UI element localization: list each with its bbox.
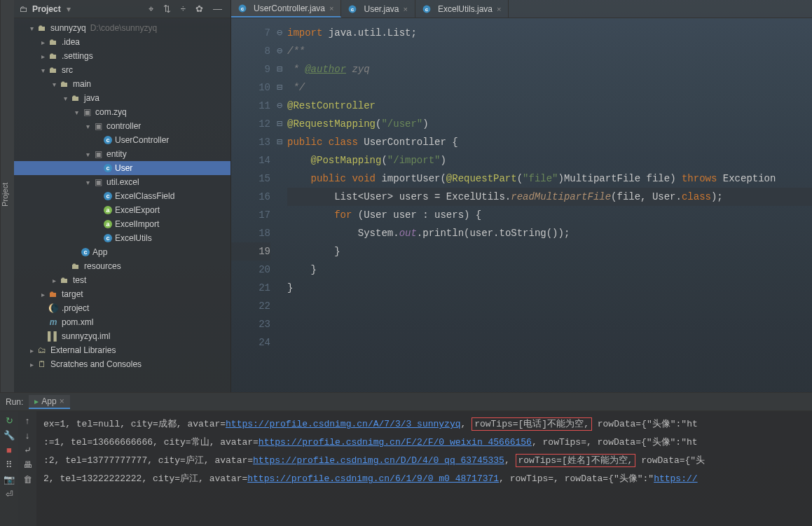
tree-row[interactable]: ▸🖿test <box>14 273 230 287</box>
tree-label: Scratches and Consoles <box>50 359 142 369</box>
close-icon[interactable]: × <box>404 5 408 13</box>
class-icon: c <box>104 164 112 172</box>
maven-icon: m <box>48 317 59 327</box>
tree-row[interactable]: cUser <box>14 161 230 175</box>
exit-icon[interactable]: ⏎ <box>6 489 13 499</box>
settings-icon[interactable]: 🔧 <box>4 430 15 441</box>
dots-icon[interactable]: ⠿ <box>6 459 13 470</box>
tree-row[interactable]: ▾🖿main <box>14 77 230 91</box>
file-type-icon: c <box>349 5 357 13</box>
project-tool-tab[interactable]: Project <box>0 0 14 392</box>
tree-label: main <box>73 79 91 89</box>
tree-row[interactable]: ▾▣entity <box>14 147 230 161</box>
tree-row[interactable]: ▾▣controller <box>14 119 230 133</box>
tree-label: ExcelImport <box>115 219 159 229</box>
tree-row[interactable]: cExcelUtils <box>14 231 230 245</box>
tree-label: UserController <box>115 135 169 145</box>
console-link[interactable]: https://profile.csdnimg.cn/F/2/F/0_weixi… <box>259 437 532 448</box>
tree-label: External Libraries <box>50 345 116 355</box>
folder-icon: ▌▌ <box>48 331 59 341</box>
console-link[interactable]: https://profile.csdnimg.cn/A/7/3/3_sunny… <box>226 419 460 429</box>
close-icon[interactable]: × <box>60 396 64 406</box>
console-output[interactable]: ex=1, tel=null, city=成都, avatar=https://… <box>36 411 812 526</box>
tree-row[interactable]: cApp <box>14 245 230 259</box>
class-icon: c <box>104 234 112 242</box>
close-icon[interactable]: × <box>329 4 333 13</box>
project-tree[interactable]: ▾🖿sunnyzyqD:\code\sunnyzyq▸🖿.idea▸🖿.sett… <box>14 18 230 392</box>
tree-row[interactable]: cExcelClassField <box>14 189 230 203</box>
expander-icon[interactable]: ▸ <box>27 361 36 368</box>
folder-icon: ▣ <box>81 107 92 117</box>
tree-row[interactable]: ▾▣util.excel <box>14 175 230 189</box>
expander-icon[interactable]: ▸ <box>27 347 36 354</box>
dropdown-icon[interactable]: ▾ <box>67 4 71 14</box>
tree-row[interactable]: ▾🖿src <box>14 63 230 77</box>
expander-icon[interactable]: ▸ <box>49 277 59 284</box>
expander-icon[interactable]: ▾ <box>83 123 92 130</box>
expander-icon[interactable]: ▾ <box>60 95 70 102</box>
tree-row[interactable]: ▸🖿.settings <box>14 49 230 63</box>
tree-row[interactable]: 🖿resources <box>14 259 230 273</box>
editor-tab[interactable]: cExcelUtils.java× <box>415 0 509 18</box>
tree-row[interactable]: ▌▌sunnyzyq.iml <box>14 329 230 343</box>
expander-icon[interactable]: ▾ <box>38 67 48 74</box>
print-icon[interactable]: 🖶 <box>23 459 32 470</box>
console-line: :2, tel=13777777777, city=庐江, avatar=htt… <box>43 452 805 470</box>
expander-icon[interactable]: ▾ <box>83 179 92 186</box>
trash-icon[interactable]: 🗑 <box>23 474 32 485</box>
tree-label: test <box>73 275 86 285</box>
tree-row[interactable]: cUserController <box>14 133 230 147</box>
folder-icon: 🖿 <box>70 261 81 271</box>
tree-row[interactable]: mpom.xml <box>14 315 230 329</box>
run-label: Run: <box>6 397 23 407</box>
tree-row[interactable]: ▸🖿.idea <box>14 35 230 49</box>
expander-icon[interactable]: ▸ <box>38 53 48 60</box>
editor-tab[interactable]: cUser.java× <box>341 0 415 18</box>
console-link[interactable]: https://profile.csdnimg.cn/6/1/9/0_m0_48… <box>247 473 499 484</box>
expander-icon[interactable]: ▸ <box>38 39 48 46</box>
class-icon: c <box>104 136 112 144</box>
folder-icon: 🖿 <box>59 275 70 285</box>
expander-icon[interactable]: ▾ <box>83 151 92 158</box>
class-icon: c <box>104 192 112 200</box>
expand-icon[interactable]: ⇅ <box>160 4 174 14</box>
tree-row[interactable]: ▸🖿target <box>14 287 230 301</box>
console-link[interactable]: https://profile.csdnimg.cn/D/D/4/0_qq_63… <box>253 455 504 466</box>
tree-label: .idea <box>62 37 80 47</box>
expander-icon[interactable]: ▾ <box>71 109 81 116</box>
collapse-icon[interactable]: ÷ <box>178 4 188 14</box>
tree-row[interactable]: ▸🗒Scratches and Consoles <box>14 357 230 371</box>
line-gutter[interactable]: 789101112131415161718192021222324 <box>231 18 275 392</box>
console-link[interactable]: https:// <box>654 473 697 484</box>
tree-row[interactable]: aExcelImport <box>14 217 230 231</box>
tree-row[interactable]: ▸🗂External Libraries <box>14 343 230 357</box>
editor-tabs[interactable]: cUserController.java×cUser.java×cExcelUt… <box>231 0 812 18</box>
stop-icon[interactable]: ■ <box>6 445 12 455</box>
editor-area: cUserController.java×cUser.java×cExcelUt… <box>231 0 812 392</box>
tree-row[interactable]: 🌘.project <box>14 301 230 315</box>
gear-icon[interactable]: ✿ <box>193 4 206 14</box>
run-config-icon: ▸ <box>34 396 39 406</box>
close-icon[interactable]: × <box>497 5 501 13</box>
tree-label: controller <box>106 121 141 131</box>
tree-row[interactable]: ▾🖿sunnyzyqD:\code\sunnyzyq <box>14 21 230 35</box>
expander-icon[interactable]: ▸ <box>38 291 48 298</box>
folder-icon: 🗒 <box>36 359 48 369</box>
locate-icon[interactable]: ⌖ <box>146 4 156 15</box>
down-icon[interactable]: ↓ <box>25 430 30 441</box>
code-editor[interactable]: import java.util.List;/** * @author zyq … <box>284 18 812 392</box>
run-config-name[interactable]: App <box>41 396 56 406</box>
expander-icon[interactable]: ▾ <box>49 81 59 88</box>
tree-row[interactable]: ▾▣com.zyq <box>14 105 230 119</box>
folder-icon: 🗂 <box>36 345 48 355</box>
editor-tab[interactable]: cUserController.java× <box>231 0 341 18</box>
tree-row[interactable]: aExcelExport <box>14 203 230 217</box>
expander-icon[interactable]: ▾ <box>27 25 36 32</box>
rerun-icon[interactable]: ↻ <box>6 415 13 426</box>
wrap-icon[interactable]: ⤶ <box>24 445 32 455</box>
tree-row[interactable]: ▾🖿java <box>14 91 230 105</box>
camera-icon[interactable]: 📷 <box>4 474 15 485</box>
up-icon[interactable]: ↑ <box>25 415 30 426</box>
fold-gutter[interactable]: ⊖ ⊖ ⊟ ⊟ ⊖⊟ ⊟ <box>275 18 284 392</box>
hide-icon[interactable]: — <box>210 4 225 14</box>
